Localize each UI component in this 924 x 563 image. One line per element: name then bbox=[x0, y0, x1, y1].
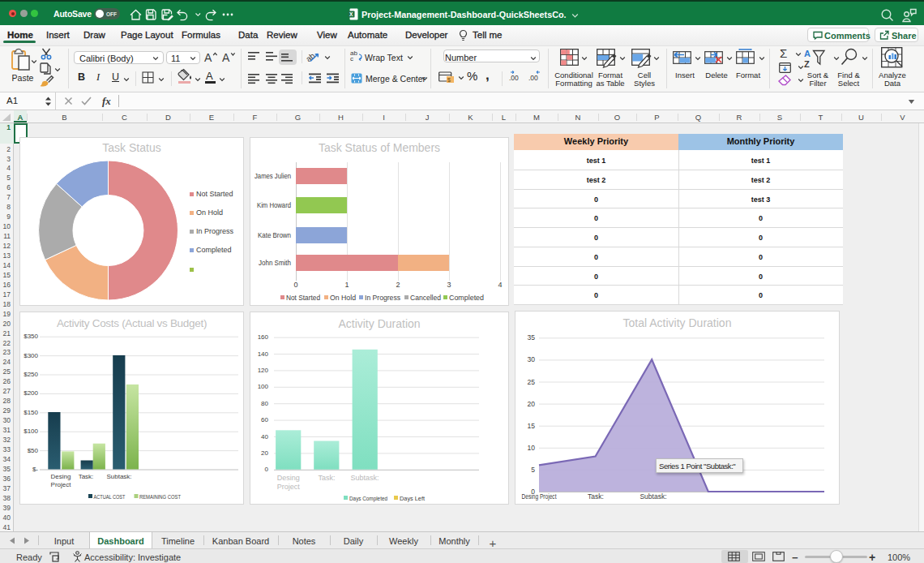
svg-text:10: 10 bbox=[528, 444, 536, 452]
svg-text:Subtask:: Subtask: bbox=[350, 474, 379, 482]
svg-text:25: 25 bbox=[528, 378, 536, 386]
svg-text:On Hold: On Hold bbox=[330, 294, 356, 302]
svg-text:In Progress: In Progress bbox=[365, 294, 400, 302]
svg-text:$-: $- bbox=[32, 466, 38, 473]
svg-text:c: c bbox=[350, 55, 353, 62]
svg-text:0: 0 bbox=[265, 466, 269, 473]
svg-text:$300: $300 bbox=[24, 352, 38, 359]
svg-text:REMAINING COST: REMAINING COST bbox=[139, 493, 181, 501]
svg-text:1: 1 bbox=[344, 281, 349, 289]
svg-text:Subtask:: Subtask: bbox=[106, 473, 131, 480]
svg-text:20: 20 bbox=[528, 400, 536, 408]
svg-text:ACTUAL COST: ACTUAL COST bbox=[94, 493, 126, 501]
svg-text:$150: $150 bbox=[24, 409, 38, 416]
svg-text:100: 100 bbox=[258, 383, 269, 390]
svg-text:A: A bbox=[204, 51, 212, 64]
svg-text:Kate Brown: Kate Brown bbox=[258, 230, 291, 239]
svg-text:Subtask:: Subtask: bbox=[640, 492, 666, 501]
svg-text:2: 2 bbox=[396, 281, 400, 289]
svg-text:$: $ bbox=[447, 77, 451, 83]
svg-text:5: 5 bbox=[531, 466, 535, 474]
svg-text:160: 160 bbox=[258, 333, 269, 341]
svg-text:Task:: Task: bbox=[79, 473, 94, 480]
svg-text:Task:: Task: bbox=[318, 474, 335, 482]
svg-text:15: 15 bbox=[528, 422, 536, 430]
svg-text:A: A bbox=[222, 51, 230, 64]
svg-text:A: A bbox=[206, 70, 213, 82]
svg-text:James Julien: James Julien bbox=[255, 171, 291, 180]
svg-text:3: 3 bbox=[447, 281, 451, 289]
svg-text:80: 80 bbox=[261, 400, 268, 407]
svg-text:Not Started: Not Started bbox=[286, 294, 320, 302]
svg-text:140: 140 bbox=[258, 350, 269, 358]
svg-text:35: 35 bbox=[528, 333, 536, 342]
svg-text:20: 20 bbox=[261, 449, 268, 457]
svg-text:$350: $350 bbox=[24, 333, 38, 340]
svg-text:0: 0 bbox=[293, 281, 297, 289]
svg-text:Project: Project bbox=[51, 481, 72, 488]
svg-text:John Smith: John Smith bbox=[259, 258, 291, 267]
svg-text:Completed: Completed bbox=[449, 294, 484, 302]
svg-text:Desing: Desing bbox=[51, 473, 71, 480]
svg-text:40: 40 bbox=[261, 433, 268, 441]
svg-text:.00: .00 bbox=[509, 74, 519, 82]
svg-text:$200: $200 bbox=[24, 389, 38, 397]
svg-text:Cancelled: Cancelled bbox=[410, 294, 441, 302]
svg-text:A: A bbox=[804, 49, 811, 58]
svg-text:60: 60 bbox=[261, 416, 268, 423]
svg-text:Project: Project bbox=[277, 483, 301, 491]
svg-text:4: 4 bbox=[498, 281, 502, 289]
svg-text:Desing: Desing bbox=[277, 474, 300, 482]
svg-text:Z: Z bbox=[804, 59, 810, 69]
svg-text:$50: $50 bbox=[28, 447, 39, 454]
svg-text:.00: .00 bbox=[528, 74, 538, 82]
svg-text:30: 30 bbox=[528, 355, 536, 363]
svg-text:Kim Howard: Kim Howard bbox=[257, 200, 291, 209]
svg-text:X: X bbox=[349, 11, 353, 17]
svg-text:Days Completed: Days Completed bbox=[349, 495, 387, 502]
svg-text:Desing Project: Desing Project bbox=[522, 492, 557, 501]
svg-text:Days Left: Days Left bbox=[400, 495, 426, 502]
svg-text:$250: $250 bbox=[24, 371, 38, 378]
svg-text:Task:: Task: bbox=[588, 492, 604, 501]
svg-text:120: 120 bbox=[258, 367, 269, 374]
svg-text:$100: $100 bbox=[24, 428, 38, 435]
